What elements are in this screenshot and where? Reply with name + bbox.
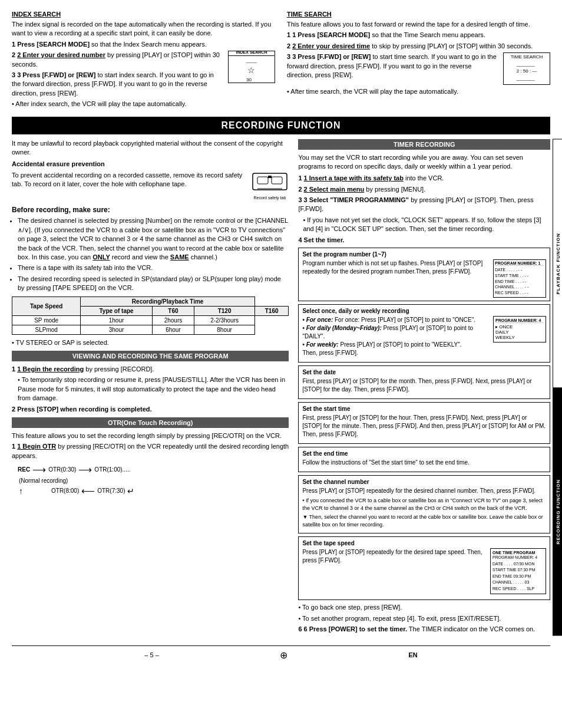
index-step1-num: 1 <box>12 41 17 48</box>
otr-label3: OTR(7:30) <box>97 487 125 494</box>
ts-start: START TIME 07:30 PM <box>492 567 544 574</box>
prog-diag-channel: CHANNEL . . . . - - <box>495 284 544 290</box>
rf-intro: It may be unlawful to record playback co… <box>12 139 289 157</box>
prog-diag-title: PROGRAM NUMBER: 1 <box>495 261 544 266</box>
ts-speed: REC SPEED . . . . SLP <box>492 586 544 592</box>
tape-speed-diag: ONE TIME PROGRAM PROGRAM NUMBER: 4 DATE … <box>490 548 546 594</box>
before-bullet-3: The desired recording speed is selected … <box>18 275 289 293</box>
svg-rect-1 <box>257 177 268 184</box>
table-slp-t60: 3hour <box>81 325 152 334</box>
timer-step3-num: 3 <box>298 196 303 203</box>
for-daily: • For daily (Monday~Friday): Press [PLAY… <box>302 325 473 340</box>
table-sp-t120: 2hours <box>152 315 194 325</box>
time-step1-text: so that the Time Search menu appears. <box>372 31 485 38</box>
page-number: – 5 – <box>144 651 158 658</box>
index-step3-num: 3 <box>12 71 17 78</box>
back-note: • To go back one step, press [REW]. <box>298 603 550 612</box>
otr-top-row: REC ⟶ OTR(0:30) ⟶ OTR(1:00)..... <box>18 464 289 475</box>
otr-up-arrow: ↑ <box>19 486 23 496</box>
table-sp-t160: 2-2/3hours <box>194 315 255 325</box>
set-channel-note: • If you connected the VCR to a cable bo… <box>302 497 546 512</box>
set-channel-box: Set the channel number Press [PLAY] or [… <box>298 475 550 533</box>
time-search-col: TIME SEARCH This feature allows you to f… <box>287 11 550 111</box>
set-start-text: First, press [PLAY] or [STOP] for the ho… <box>302 414 546 439</box>
sidebar-container: PLAYBACK FUNCTION RECORDING FUNCTION <box>553 139 562 636</box>
otr-bottom-arrows: ↑ OTR(8:00) ⟵ OTR(7:30) ↵ <box>18 485 289 496</box>
time-step3-label: 3 Press [F.FWD] or [REW] <box>292 53 371 60</box>
timer-step1-text: into the VCR. <box>405 174 444 182</box>
time-step2-label: 2 Enter your desired time <box>292 42 370 50</box>
ts-date: DATE . . . . 07/30 MON <box>492 561 544 568</box>
set-start-box: Set the start time First, press [PLAY] o… <box>298 402 550 444</box>
otr-arrow-right2: ⟶ <box>78 464 92 475</box>
otr-down-arrow: ↵ <box>127 486 134 496</box>
timer-step6-label: 6 Press [POWER] to set the timer. <box>304 625 407 633</box>
set-end-title: Set the end time <box>302 450 546 457</box>
view-step1-text: by pressing [RECORD]. <box>85 365 154 373</box>
view-step1-num: 1 <box>12 365 17 373</box>
time-step1-label: 1 Press [SEARCH MODE] <box>292 31 370 38</box>
page: INDEX SEARCH The index signal is recorde… <box>0 0 562 728</box>
time-search-title: TIME SEARCH <box>287 11 550 18</box>
timer-step6-text: The TIMER indicator on the VCR comes on. <box>409 625 535 633</box>
index-search-col: INDEX SEARCH The index signal is recorde… <box>12 11 275 111</box>
view-step2-text: 2 Press [STOP] when recording is complet… <box>12 406 152 413</box>
prog-sel-once: ▸ ONCE <box>495 324 544 330</box>
time-step1-num: 1 <box>287 31 292 38</box>
otr-label1: OTR(0:30) <box>48 466 76 473</box>
svg-rect-2 <box>272 177 282 184</box>
page-lang: EN <box>408 651 417 658</box>
index-diagram: INDEX SEARCH ____ ☆ 30 <box>228 51 275 83</box>
ts-end: END TIME 09:30 PM <box>492 574 544 580</box>
svg-rect-3 <box>268 176 272 178</box>
timer-step2-label: 2 Select main menu <box>304 186 365 193</box>
main-section: It may be unlawful to record playback co… <box>12 139 550 636</box>
otr-step1-num: 1 <box>12 443 17 450</box>
otr-label2: OTR(1:00)..... <box>94 466 130 473</box>
prog-diag-end: END TIME . . . - - <box>495 279 544 285</box>
tape-svg <box>252 171 288 193</box>
otr-rec-label: REC <box>18 466 30 473</box>
timer-step6: 6 6 Press [POWER] to set the timer. The … <box>298 625 550 634</box>
otr-step1-label: 1 Begin OTR <box>17 443 56 450</box>
select-once-box: Select once, daily or weekly recording P… <box>298 304 550 363</box>
view-step1: 1 1 Begin the recording by pressing [REC… <box>12 365 289 374</box>
table-slp: SLPmod <box>12 325 81 334</box>
main-left: It may be unlawful to record playback co… <box>12 139 289 636</box>
index-diag-content: ____ ☆ 30 <box>246 57 257 84</box>
prog-num-content: PROGRAM NUMBER: 1 DATE . . . . . - - STA… <box>302 259 546 298</box>
set-end-text: Follow the instructions of "Set the star… <box>302 459 546 467</box>
table-sp-t60: 1hour <box>81 315 152 325</box>
view-step1-label: 1 Begin the recording <box>17 365 84 373</box>
otr-diagram: REC ⟶ OTR(0:30) ⟶ OTR(1:00)..... (Normal… <box>18 464 289 496</box>
index-step2-label: 2 Enter your desired number <box>17 51 105 58</box>
prog-sel-daily: DAILY <box>495 330 544 335</box>
prog-num-title: Set the program number (1~7) <box>302 251 546 258</box>
timer-step3-label: 3 Select "TIMER PROGRAMMING" <box>304 196 409 203</box>
ts-diag-title: ONE TIME PROGRAM <box>492 551 544 555</box>
set-date-box: Set the date First, press [PLAY] or [STO… <box>298 365 550 399</box>
tape-label: Record safety tab <box>250 196 289 200</box>
set-end-box: Set the end time Follow the instructions… <box>298 447 550 472</box>
prog-diagram: PROGRAM NUMBER: 1 DATE . . . . . - - STA… <box>493 259 546 298</box>
table-col-t120: T120 <box>194 306 255 315</box>
time-step1: 1 1 Press [SEARCH MODE] so that the Time… <box>287 31 550 39</box>
accidental-text: To prevent accidental recording on a rec… <box>12 171 289 189</box>
before-bullets: The desired channel is selected by press… <box>18 216 289 292</box>
timer-step3-note: • If you have not yet set the clock, "CL… <box>303 216 550 234</box>
otr-step1: 1 1 Begin OTR by pressing [REC/OTR] on t… <box>12 442 289 460</box>
accidental-block: Record safety tab To prevent accidental … <box>12 171 289 202</box>
timer-step4-text: 4 Set the timer. <box>298 236 344 243</box>
prog-sel-weekly: WEEKLY <box>495 335 544 340</box>
select-once-title: Select once, daily or weekly recording <box>302 308 546 314</box>
time-note: • After time search, the VCR will play t… <box>287 87 550 96</box>
prog-diag-speed: REC SPEED . . - - <box>495 290 544 296</box>
view-step2: 2 Press [STOP] when recording is complet… <box>12 405 289 414</box>
index-step3-label: 3 Press [F.FWD] or [REW] <box>17 71 95 78</box>
otr-label4: OTR(8:00) <box>51 487 79 494</box>
index-diag-title: INDEX SEARCH <box>229 50 275 56</box>
ts-prog: PROGRAM NUMBER: 4 <box>492 555 544 561</box>
prog-diag-start: START TIME . . - - <box>495 273 544 279</box>
otr-normal-label: (Normal recording) <box>19 477 68 484</box>
for-weekly: • For weekly: Press [PLAY] or [STOP] to … <box>302 341 461 348</box>
